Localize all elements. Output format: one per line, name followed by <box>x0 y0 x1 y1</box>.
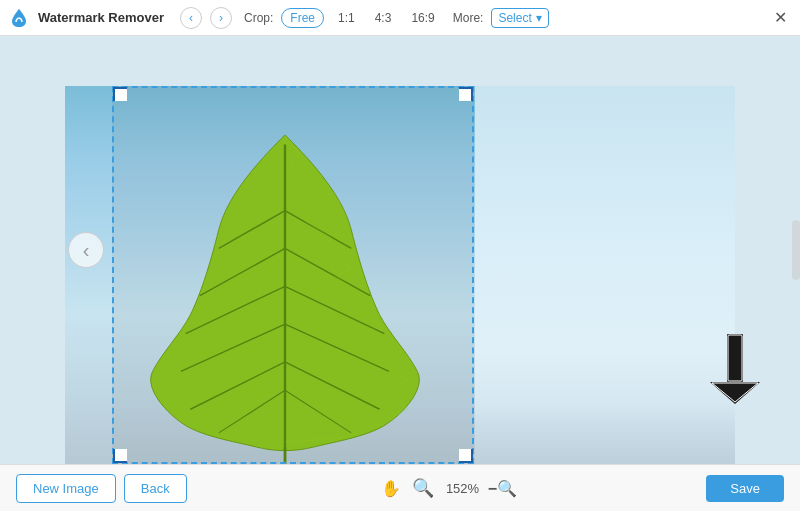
zoom-controls: ✋ 🔍 152% −🔍 <box>379 476 515 500</box>
hand-icon: ✋ <box>381 479 401 498</box>
select-label: Select <box>498 11 531 25</box>
crop-ratio-1-1-button[interactable]: 1:1 <box>332 9 361 27</box>
zoom-in-icon: 🔍 <box>412 477 434 499</box>
leaf-svg <box>115 116 455 464</box>
crop-label: Crop: <box>244 11 273 25</box>
image-container <box>0 36 800 464</box>
scroll-left-button[interactable]: ‹ <box>68 232 104 268</box>
pan-tool-button[interactable]: ✋ <box>379 476 403 500</box>
down-arrow-annotation <box>710 334 760 404</box>
zoom-level-display: 152% <box>443 481 483 496</box>
zoom-out-icon: −🔍 <box>488 479 517 498</box>
left-action-buttons: New Image Back <box>16 474 187 503</box>
bottom-toolbar: New Image Back ✋ 🔍 152% −🔍 Save <box>0 464 800 511</box>
svg-rect-15 <box>727 334 743 382</box>
crop-ratio-16-9-button[interactable]: 16:9 <box>405 9 440 27</box>
leaf-image <box>65 86 735 464</box>
dropdown-arrow-icon: ▾ <box>536 11 542 25</box>
crop-free-button[interactable]: Free <box>281 8 324 28</box>
close-button[interactable]: ✕ <box>768 6 792 30</box>
back-button[interactable]: Back <box>124 474 187 503</box>
back-arrow-icon: ‹ <box>189 11 193 25</box>
new-image-button[interactable]: New Image <box>16 474 116 503</box>
select-dropdown[interactable]: Select ▾ <box>491 8 548 28</box>
close-icon: ✕ <box>774 8 787 27</box>
zoom-out-button[interactable]: −🔍 <box>491 476 515 500</box>
back-nav-button[interactable]: ‹ <box>180 7 202 29</box>
canvas-area: ‹ <box>0 36 800 464</box>
forward-arrow-icon: › <box>219 11 223 25</box>
crop-ratio-4-3-button[interactable]: 4:3 <box>369 9 398 27</box>
save-button[interactable]: Save <box>706 475 784 502</box>
app-title: Watermark Remover <box>38 10 164 25</box>
forward-nav-button[interactable]: › <box>210 7 232 29</box>
app-logo <box>8 7 30 29</box>
scroll-right-indicator[interactable] <box>792 220 800 280</box>
more-label: More: <box>453 11 484 25</box>
zoom-in-button[interactable]: 🔍 <box>411 476 435 500</box>
title-bar: Watermark Remover ‹ › Crop: Free 1:1 4:3… <box>0 0 800 36</box>
svg-marker-16 <box>710 382 760 404</box>
left-scroll-icon: ‹ <box>83 239 90 262</box>
